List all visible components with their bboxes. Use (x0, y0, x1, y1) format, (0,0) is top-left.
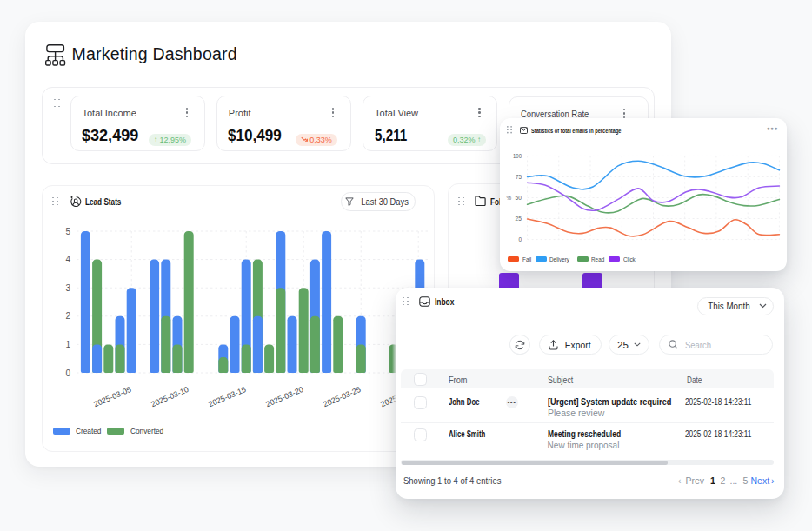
svg-text:50: 50 (515, 194, 522, 202)
svg-text:5: 5 (65, 227, 70, 236)
svg-text:2025-03-25: 2025-03-25 (322, 385, 362, 408)
svg-text:0: 0 (518, 236, 522, 244)
svg-text:25: 25 (515, 215, 522, 222)
svg-text:2025-03-20: 2025-03-20 (264, 385, 304, 408)
svg-text:2025-03-05: 2025-03-05 (92, 385, 132, 408)
svg-text:3: 3 (65, 283, 70, 293)
svg-text:1: 1 (65, 340, 70, 349)
svg-text:4: 4 (65, 255, 70, 264)
svg-text:0: 0 (65, 368, 70, 378)
svg-text:%: % (506, 194, 511, 202)
svg-text:2025-03-10: 2025-03-10 (150, 385, 190, 408)
svg-text:2025-03-15: 2025-03-15 (207, 385, 247, 408)
svg-text:2: 2 (65, 311, 70, 321)
svg-text:75: 75 (516, 173, 522, 181)
svg-text:100: 100 (513, 152, 522, 160)
